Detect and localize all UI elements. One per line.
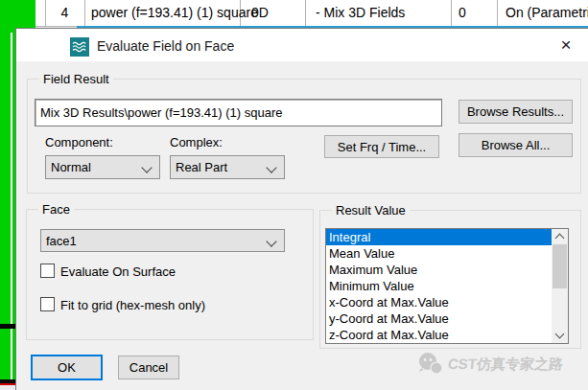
browse-all-button[interactable]: Browse All... xyxy=(459,133,573,157)
black-divider xyxy=(0,324,15,329)
result-value-listbox: Integral Mean Value Maximum Value Minimu… xyxy=(325,228,569,344)
chevron-down-icon xyxy=(266,162,276,172)
list-item[interactable]: y-Coord at Max.Value xyxy=(326,310,552,327)
close-icon[interactable]: × xyxy=(552,34,580,56)
scrollbar[interactable] xyxy=(552,229,568,343)
complex-dropdown[interactable]: Real Part xyxy=(170,155,285,179)
result-value-legend: Result Value xyxy=(332,203,410,218)
result-value-list: Integral Mean Value Maximum Value Minimu… xyxy=(326,229,552,343)
chevron-up-icon xyxy=(555,234,565,243)
dialog-titlebar: Evaluate Field on Face × xyxy=(16,29,588,61)
chevron-down-icon xyxy=(141,162,152,172)
component-dropdown[interactable]: Normal xyxy=(45,155,160,179)
face-dropdown[interactable]: face1 xyxy=(40,229,285,252)
green-highlight-bar xyxy=(0,0,15,379)
list-item[interactable]: x-Coord at Max.Value xyxy=(326,294,552,310)
background-results-table-row[interactable]: 4 power (f=193.41) (1) square 0D - Mix 3… xyxy=(0,0,588,27)
ok-button[interactable]: OK xyxy=(31,355,103,380)
row-type-cell: 0D xyxy=(251,5,269,22)
chevron-down-icon xyxy=(555,330,565,339)
field-result-legend: Field Result xyxy=(39,72,113,86)
face-legend: Face xyxy=(38,202,74,217)
evaluate-field-on-face-dialog: Evaluate Field on Face × Field Result Br… xyxy=(15,28,588,390)
watermark-text: CST仿真专家之路 xyxy=(447,356,564,374)
bottom-gray-band xyxy=(0,385,16,390)
list-item[interactable]: Minimum Value xyxy=(326,278,552,294)
wechat-icon xyxy=(417,352,443,377)
field-result-input[interactable] xyxy=(35,99,442,126)
row-template-cell: - Mix 3D Fields xyxy=(316,5,405,22)
complex-dropdown-value: Real Part xyxy=(176,160,227,174)
complex-label: Complex: xyxy=(170,135,223,149)
table-gridline xyxy=(84,0,85,26)
evaluate-on-surface-label: Evaluate On Surface xyxy=(60,264,176,279)
table-gridline xyxy=(497,0,498,26)
dialog-title: Evaluate Field on Face xyxy=(97,38,234,54)
screenshot-root: 4 power (f=193.41) (1) square 0D - Mix 3… xyxy=(0,0,588,390)
row-index-cell: 4 xyxy=(45,5,84,22)
row-status-cell: On (Parametric xyxy=(506,5,588,22)
cst-waves-icon xyxy=(70,37,89,57)
component-label: Component: xyxy=(45,135,113,149)
fit-to-grid-checkbox[interactable] xyxy=(40,297,55,311)
row-value-cell: 0 xyxy=(459,5,466,22)
component-dropdown-value: Normal xyxy=(51,160,91,174)
list-item[interactable]: Mean Value xyxy=(326,245,552,262)
set-frq-time-button[interactable]: Set Frq / Time... xyxy=(324,135,439,158)
browse-results-button[interactable]: Browse Results... xyxy=(459,100,573,124)
scrollbar-thumb[interactable] xyxy=(553,244,567,288)
face-dropdown-value: face1 xyxy=(46,234,77,248)
scroll-up-button[interactable] xyxy=(552,229,568,244)
list-item[interactable]: Integral xyxy=(326,229,552,245)
list-item[interactable]: z-Coord at Max.Value xyxy=(326,327,552,343)
table-gridline xyxy=(305,0,306,26)
scroll-down-button[interactable] xyxy=(552,328,568,343)
row-name-cell: power (f=193.41) (1) square xyxy=(91,5,258,22)
watermark: CST仿真专家之路 xyxy=(417,349,588,379)
fit-to-grid-label: Fit to grid (hex-mesh only) xyxy=(60,298,205,312)
list-item[interactable]: Maximum Value xyxy=(326,262,552,278)
cancel-button[interactable]: Cancel xyxy=(118,356,179,379)
evaluate-on-surface-checkbox[interactable] xyxy=(40,264,55,278)
chevron-down-icon xyxy=(266,236,276,246)
table-gridline xyxy=(451,0,452,26)
